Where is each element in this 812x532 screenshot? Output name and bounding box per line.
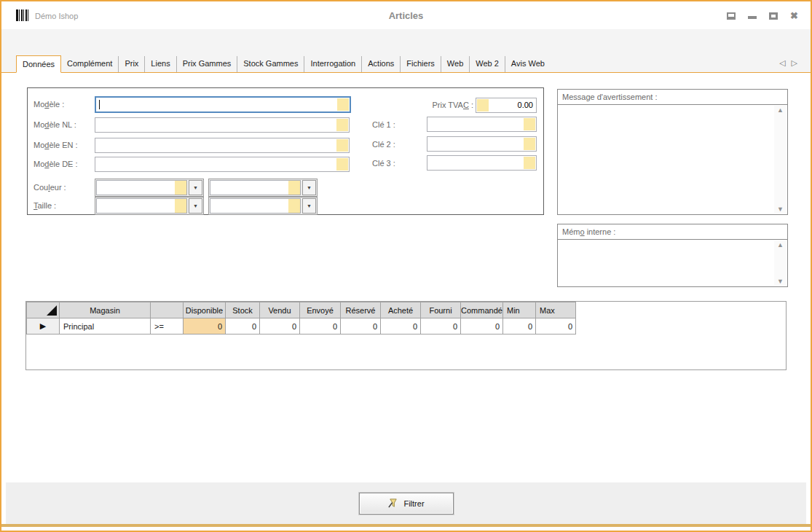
cle-3-label: Clé 3 : (372, 156, 395, 171)
cell-magasin[interactable]: Principal (60, 318, 151, 335)
modele-nl-input[interactable] (95, 117, 350, 133)
tab-complement[interactable]: Complément (61, 56, 119, 72)
tab-actions[interactable]: Actions (362, 56, 401, 72)
articles-window: Démo Ishop Articles ✖ Données Complément… (0, 0, 812, 532)
field-marker (524, 138, 535, 150)
col-header-fourni: Fourni (421, 302, 461, 318)
warning-panel-header: Message d'avertissement : (557, 89, 788, 105)
cell-max[interactable]: 0 (536, 318, 576, 335)
row-selector-cell[interactable]: ▶ (27, 318, 60, 335)
couleur-combo-2-field[interactable] (210, 180, 301, 195)
maximize-button[interactable] (768, 12, 778, 20)
tab-scroll-right-icon[interactable]: ▷ (792, 58, 797, 68)
cell-fourni[interactable]: 0 (421, 318, 461, 335)
taille-combo-2-dropdown-button[interactable]: ▼ (302, 198, 316, 214)
chevron-down-icon: ▼ (307, 203, 312, 208)
tab-web[interactable]: Web (441, 56, 470, 72)
bottom-accent-bar (1, 524, 811, 527)
warning-scrollbar[interactable]: ▲ ▼ (774, 106, 787, 214)
cell-vendu[interactable]: 0 (260, 318, 300, 335)
tab-fichiers[interactable]: Fichiers (401, 56, 441, 72)
taille-combo-2[interactable]: ▼ (208, 197, 318, 215)
modele-input[interactable] (95, 96, 351, 113)
prix-tvac-input[interactable]: 0.00 (476, 98, 537, 113)
cell-reserve[interactable]: 0 (341, 318, 381, 335)
cle-3-input[interactable] (427, 155, 537, 171)
stock-grid: Magasin Disponible Stock Vendu Envoyé Ré… (25, 301, 787, 370)
grid-header-row: Magasin Disponible Stock Vendu Envoyé Ré… (27, 302, 576, 318)
scroll-down-icon[interactable]: ▼ (774, 206, 787, 213)
filter-icon (387, 498, 398, 509)
tab-donnees[interactable]: Données (16, 55, 61, 73)
restore-icon (727, 12, 736, 20)
field-marker (288, 199, 300, 213)
filter-button[interactable]: Filtrer (359, 493, 454, 515)
filter-button-label: Filtrer (403, 499, 424, 508)
taille-combo-1[interactable]: ▼ (95, 197, 204, 215)
scroll-up-icon[interactable]: ▲ (774, 241, 787, 249)
field-marker (175, 181, 186, 195)
col-header-max: Max (536, 302, 576, 318)
restore-button[interactable] (726, 12, 736, 20)
couleur-combo-2-dropdown-button[interactable]: ▼ (302, 180, 316, 195)
tab-stock-gammes[interactable]: Stock Gammes (237, 56, 304, 72)
col-header-achete: Acheté (381, 302, 421, 318)
cell-disponible[interactable]: 0 (184, 318, 226, 335)
cell-stock[interactable]: 0 (226, 318, 260, 335)
tab-web-2[interactable]: Web 2 (470, 56, 505, 72)
minimize-icon (748, 16, 757, 19)
tab-avis-web[interactable]: Avis Web (505, 56, 551, 72)
couleur-label: Couleur : (33, 179, 66, 197)
scroll-up-icon[interactable]: ▲ (774, 106, 787, 114)
modele-en-input[interactable] (95, 138, 350, 153)
modele-label: Modèle : (33, 97, 64, 112)
tab-interrogation[interactable]: Interrogation (304, 56, 362, 72)
memo-scrollbar[interactable]: ▲ ▼ (774, 240, 787, 286)
tab-scroll-arrows: ◁ ▷ (779, 58, 797, 68)
prix-tvac-label: Prix TVAC : (414, 98, 473, 113)
taille-combo-2-field[interactable] (210, 198, 301, 214)
cell-envoye[interactable]: 0 (300, 318, 341, 335)
footer-bar: Filtrer (6, 482, 806, 524)
col-header-operator (151, 302, 184, 318)
tabstrip: Données Complément Prix Liens Prix Gamme… (16, 55, 551, 73)
couleur-combo-1-dropdown-button[interactable]: ▼ (189, 180, 202, 195)
chevron-down-icon: ▼ (193, 185, 198, 190)
field-marker (288, 181, 300, 195)
stock-grid-table: Magasin Disponible Stock Vendu Envoyé Ré… (26, 302, 576, 335)
cell-commande[interactable]: 0 (461, 318, 503, 335)
col-header-min: Min (503, 302, 536, 318)
couleur-combo-2[interactable]: ▼ (208, 179, 318, 197)
tab-liens[interactable]: Liens (145, 56, 176, 72)
field-marker (477, 99, 489, 112)
tab-scroll-left-icon[interactable]: ◁ (779, 58, 785, 68)
window-title: Articles (1, 10, 811, 21)
chevron-down-icon: ▼ (193, 203, 198, 208)
field-marker (175, 199, 186, 213)
taille-combo-1-dropdown-button[interactable]: ▼ (189, 198, 202, 214)
cle-2-input[interactable] (427, 136, 537, 152)
modele-en-label: Modèle EN : (33, 138, 78, 153)
col-header-envoye: Envoyé (300, 302, 341, 318)
cle-1-input[interactable] (427, 117, 537, 132)
modele-de-input[interactable] (95, 157, 350, 172)
minimize-button[interactable] (747, 12, 757, 20)
field-marker (524, 118, 535, 130)
tab-prix-gammes[interactable]: Prix Gammes (177, 56, 238, 72)
warning-message-textarea[interactable]: ▲ ▼ (557, 104, 788, 215)
taille-combo-1-field[interactable] (96, 198, 187, 214)
couleur-combo-1[interactable]: ▼ (95, 179, 204, 197)
cell-operator[interactable]: >= (151, 318, 184, 335)
select-all-triangle-icon (47, 305, 57, 316)
close-button[interactable]: ✖ (789, 12, 799, 20)
cell-achete[interactable]: 0 (381, 318, 421, 335)
cell-min[interactable]: 0 (503, 318, 536, 335)
scroll-down-icon[interactable]: ▼ (774, 278, 787, 285)
cle-2-label: Clé 2 : (372, 137, 395, 152)
couleur-combo-1-field[interactable] (96, 180, 187, 195)
memo-textarea[interactable]: ▲ ▼ (557, 239, 788, 287)
text-caret (99, 100, 100, 109)
title-bar: Démo Ishop Articles ✖ (1, 1, 811, 29)
field-marker (336, 158, 348, 171)
tab-prix[interactable]: Prix (119, 56, 145, 72)
